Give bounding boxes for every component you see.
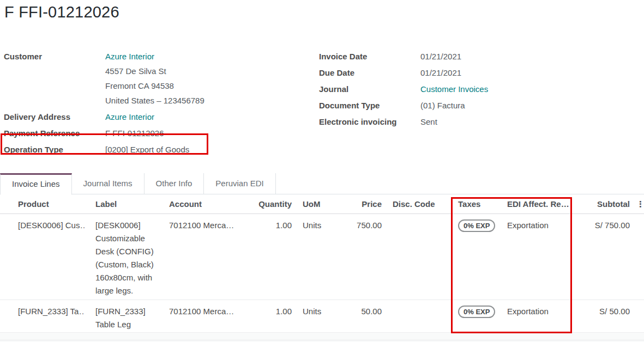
address-line: 4557 De Silva St: [105, 64, 204, 78]
payment-reference-value: F FFI-01212026: [105, 126, 164, 141]
field-label: Document Type: [319, 98, 420, 113]
field-electronic-invoicing: Electronic invoicing Sent: [319, 114, 624, 129]
cell-subtotal: S/ 750.00: [571, 214, 635, 300]
invoice-date-value: 01/21/2021: [420, 49, 461, 64]
customer-link[interactable]: Azure Interior: [105, 49, 204, 64]
table-row[interactable]: [FURN_2333] Ta… [FURN_2333] Table Leg 70…: [0, 300, 644, 334]
field-delivery-address: Delivery Address Azure Interior: [4, 109, 312, 124]
field-customer: Customer Azure Interior 4557 De Silva St…: [4, 49, 312, 108]
tab-journal-items[interactable]: Journal Items: [72, 173, 145, 194]
notebook-tabbar: Invoice Lines Journal Items Other Info P…: [0, 173, 644, 194]
field-label: Invoice Date: [319, 49, 420, 64]
field-payment-reference: Payment Reference F FFI-01212026: [4, 126, 312, 141]
column-header-account[interactable]: Account: [164, 194, 251, 214]
row-divider: [0, 340, 644, 340]
invoice-lines-table: Product Label Account Quantity UoM Price…: [0, 194, 644, 333]
cell-label: [DESK0006] Customizable Desk (CONFIG) (C…: [90, 214, 164, 300]
cell-disc-code: [387, 214, 453, 300]
cell-label: [FURN_2333] Table Leg: [90, 300, 164, 334]
column-header-product[interactable]: Product: [0, 194, 90, 214]
column-header-edi-affect[interactable]: EDI Affect. Re…: [502, 194, 571, 214]
column-header-uom[interactable]: UoM: [297, 194, 344, 214]
delivery-address-link[interactable]: Azure Interior: [105, 112, 154, 121]
cell-product: [FURN_2333] Ta…: [18, 305, 85, 318]
column-header-subtotal[interactable]: Subtotal: [571, 194, 635, 214]
cell-quantity: 1.00: [251, 214, 297, 300]
table-header-row: Product Label Account Quantity UoM Price…: [0, 194, 644, 214]
field-label: Payment Reference: [4, 126, 105, 141]
cell-price: 50.00: [344, 300, 387, 334]
detail-fields-right: Invoice Date 01/21/2021 Due Date 01/21/2…: [319, 49, 624, 131]
tax-badge: 0% EXP: [458, 306, 495, 318]
column-header-disc-code[interactable]: Disc. Code: [387, 194, 453, 214]
table-row[interactable]: [DESK0006] Cus… [DESK0006] Customizable …: [0, 214, 644, 300]
field-invoice-date: Invoice Date 01/21/2021: [319, 49, 624, 64]
field-label: Electronic invoicing: [319, 114, 420, 129]
field-label: Journal: [319, 82, 420, 96]
field-label: Operation Type: [4, 142, 105, 157]
electronic-invoicing-value: Sent: [420, 114, 437, 129]
due-date-value: 01/21/2021: [420, 65, 461, 80]
cell-disc-code: [387, 300, 453, 334]
field-due-date: Due Date 01/21/2021: [319, 65, 624, 80]
cell-edi-affect: Exportation: [502, 214, 571, 300]
empty-row-area: [0, 332, 644, 342]
field-journal: Journal Customer Invoices: [319, 82, 624, 96]
cell-uom: Units: [297, 214, 344, 300]
address-line: United States – 123456789: [105, 93, 204, 108]
cell-subtotal: S/ 50.00: [571, 300, 635, 334]
field-label: Due Date: [319, 65, 420, 80]
cell-price: 750.00: [344, 214, 387, 300]
field-value: Azure Interior 4557 De Silva St Fremont …: [105, 49, 204, 108]
optional-columns-icon[interactable]: ⋮: [635, 194, 644, 214]
cell-product: [DESK0006] Cus…: [18, 219, 85, 232]
tab-peruvian-edi[interactable]: Peruvian EDI: [204, 173, 275, 194]
detail-fields-left: Customer Azure Interior 4557 De Silva St…: [4, 49, 312, 158]
column-header-taxes[interactable]: Taxes: [453, 194, 502, 214]
cell-account: 7012100 Merca…: [169, 305, 245, 318]
document-type-value: (01) Factura: [420, 98, 465, 113]
field-operation-type: Operation Type [0200] Export of Goods: [4, 142, 312, 157]
address-line: Fremont CA 94538: [105, 78, 204, 93]
page-title: F FFI-01212026: [4, 3, 119, 21]
cell-uom: Units: [297, 300, 344, 334]
operation-type-value: [0200] Export of Goods: [105, 142, 189, 157]
cell-edi-affect: Exportation: [502, 300, 571, 334]
cell-account: 7012100 Merca…: [169, 219, 245, 232]
column-header-label[interactable]: Label: [90, 194, 164, 214]
field-label: Delivery Address: [4, 109, 105, 124]
column-header-quantity[interactable]: Quantity: [251, 194, 297, 214]
tax-badge: 0% EXP: [458, 219, 495, 232]
column-header-price[interactable]: Price: [344, 194, 387, 214]
tab-invoice-lines[interactable]: Invoice Lines: [0, 173, 72, 195]
journal-link[interactable]: Customer Invoices: [420, 84, 488, 94]
invoice-form-view: F FFI-01212026 Customer Azure Interior 4…: [0, 0, 644, 342]
field-document-type: Document Type (01) Factura: [319, 98, 624, 113]
tab-other-info[interactable]: Other Info: [145, 173, 204, 194]
cell-quantity: 1.00: [251, 300, 297, 334]
field-label: Customer: [4, 49, 105, 64]
